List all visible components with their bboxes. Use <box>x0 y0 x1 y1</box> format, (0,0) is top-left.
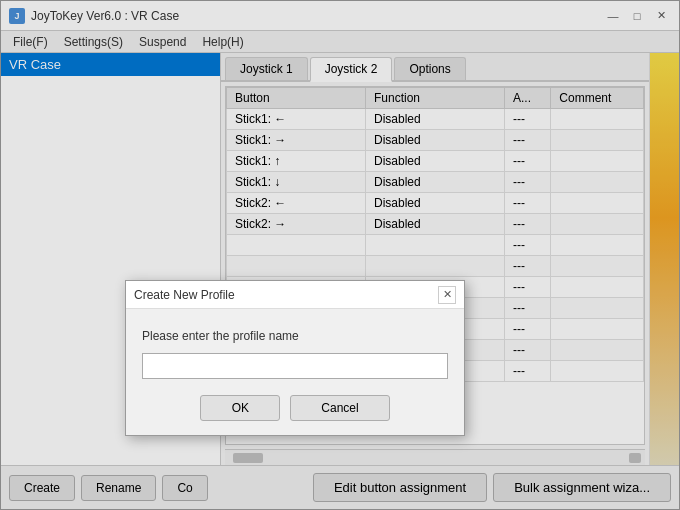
modal-overlay: Create New Profile ✕ Please enter the pr… <box>0 0 680 510</box>
modal-cancel-button[interactable]: Cancel <box>290 395 389 421</box>
modal-body: Please enter the profile name OK Cancel <box>126 309 464 435</box>
modal-title-bar: Create New Profile ✕ <box>126 281 464 309</box>
modal-prompt-label: Please enter the profile name <box>142 329 448 343</box>
modal-title: Create New Profile <box>134 288 438 302</box>
create-profile-dialog: Create New Profile ✕ Please enter the pr… <box>125 280 465 436</box>
modal-button-group: OK Cancel <box>142 395 448 421</box>
modal-close-button[interactable]: ✕ <box>438 286 456 304</box>
modal-ok-button[interactable]: OK <box>200 395 280 421</box>
profile-name-input[interactable] <box>142 353 448 379</box>
